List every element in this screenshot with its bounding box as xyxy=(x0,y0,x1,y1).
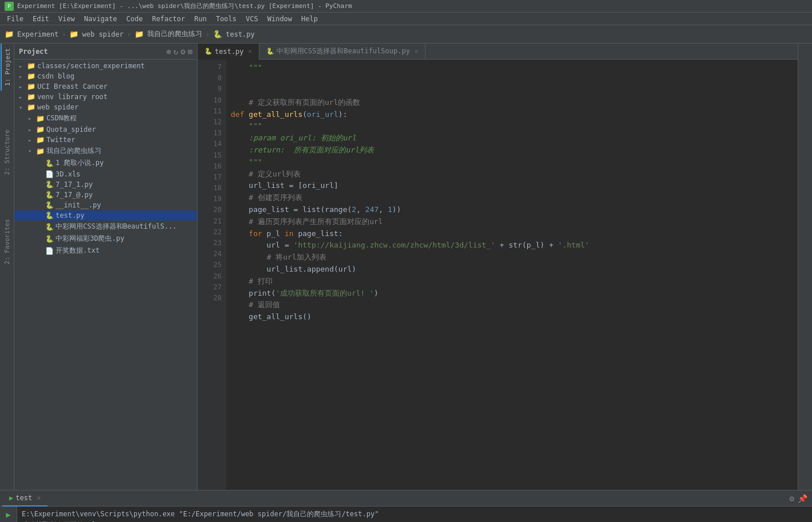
folder-icon-5: 📁 xyxy=(36,115,45,123)
line-num-8: 8 xyxy=(198,73,222,84)
menu-vcs[interactable]: VCS xyxy=(241,14,263,24)
menu-edit[interactable]: Edit xyxy=(28,14,54,24)
output-command: E:\Experiment\venv\Scripts\python.exe "E… xyxy=(22,509,807,520)
folder-icon-6: 📁 xyxy=(36,125,45,134)
run-play-btn[interactable]: ▶ xyxy=(3,509,14,520)
code-line-26: print('成功获取所有页面的url! ') xyxy=(231,288,793,300)
run-tabs: ▶ test × ⚙ 📌 xyxy=(0,490,812,507)
file-tabs: 🐍 test.py × 🐍 中彩网用CSS选择器和BeautifulSoup.p… xyxy=(198,44,798,60)
line-num-15: 15 xyxy=(198,150,222,161)
tree-item-4[interactable]: ▾📁web spider xyxy=(14,102,197,112)
folder-icon-1: 📁 xyxy=(27,72,36,80)
run-tab-close[interactable]: × xyxy=(37,494,41,502)
title-text: Experiment [E:\Experiment] - ...\web spi… xyxy=(17,2,352,10)
tree-item-0[interactable]: ▸📁classes/section_experiment xyxy=(14,61,197,71)
tree-arrow-6: ▸ xyxy=(28,127,36,133)
menu-code[interactable]: Code xyxy=(122,14,148,24)
code-line-18: # 创建页序列表 xyxy=(231,192,793,204)
line-num-14: 14 xyxy=(198,139,222,150)
py-icon-12: 🐍 xyxy=(45,191,54,199)
folder-icon-2: 📁 xyxy=(27,83,36,91)
menu-run[interactable]: Run xyxy=(190,14,211,24)
expand-icon[interactable]: ⊞ xyxy=(188,47,192,56)
tree-item-14[interactable]: 🐍test.py xyxy=(14,210,197,221)
tree-item-16[interactable]: 🐍中彩网福彩3D爬虫.py xyxy=(14,233,197,245)
favorites-vtab[interactable]: 2: Favorites xyxy=(1,214,13,269)
myspider-folder-icon: 📁 xyxy=(135,30,144,38)
folder-icon-8: 📁 xyxy=(36,147,45,155)
sidebar-title: Project xyxy=(19,48,48,56)
tab-testpy-label: test.py xyxy=(215,48,244,56)
tree-label-1: csdn blog xyxy=(37,72,74,80)
tab-zhongcai-close[interactable]: × xyxy=(415,48,418,54)
tree-item-12[interactable]: 🐍7_17_@.py xyxy=(14,190,197,200)
tab-zhongcai[interactable]: 🐍 中彩网用CSS选择器和BeautifulSoup.py × xyxy=(259,44,425,60)
tree-arrow-4: ▾ xyxy=(19,104,27,111)
line-num-25: 25 xyxy=(198,260,222,270)
tree-arrow-2: ▸ xyxy=(19,84,27,90)
file-icon-10: 📄 xyxy=(45,170,54,178)
code-content[interactable]: """ # 定义获取所有页面的url的函数def get_all_urls(or… xyxy=(226,60,798,490)
tree-label-7: Twitter xyxy=(46,136,76,144)
tree-item-9[interactable]: 🐍1 爬取小说.py xyxy=(14,157,197,169)
project-vtab[interactable]: 1: Project xyxy=(1,44,14,91)
tree-label-0: classes/section_experiment xyxy=(37,62,145,70)
tree-arrow-7: ▸ xyxy=(28,137,36,143)
tab-testpy-close[interactable]: × xyxy=(249,48,252,54)
line-num-19: 19 xyxy=(198,194,222,205)
menu-help[interactable]: Help xyxy=(297,14,322,24)
sidebar-toolbar: ⊕ ↻ ⚙ ⊞ xyxy=(166,47,192,56)
settings-run-icon[interactable]: ⚙ xyxy=(790,494,794,503)
pin-icon[interactable]: 📌 xyxy=(798,494,807,503)
file-tree: ▸📁classes/section_experiment▸📁csdn blog▸… xyxy=(14,60,197,490)
tab-testpy[interactable]: 🐍 test.py × xyxy=(198,44,259,60)
menu-refactor[interactable]: Refactor xyxy=(147,14,190,24)
tree-item-11[interactable]: 🐍7_17_1.py xyxy=(14,179,197,190)
run-tab-icons: ⚙ 📌 xyxy=(790,494,812,503)
tree-item-7[interactable]: ▸📁Twitter xyxy=(14,135,197,145)
tree-item-1[interactable]: ▸📁csdn blog xyxy=(14,71,197,81)
line-num-13: 13 xyxy=(198,128,222,139)
tree-item-15[interactable]: 🐍中彩网用CSS选择器和BeautifulS... xyxy=(14,221,197,233)
tree-item-2[interactable]: ▸📁UCI Breast Cancer xyxy=(14,81,197,92)
add-icon[interactable]: ⊕ xyxy=(166,47,171,56)
tree-label-17: 开奖数据.txt xyxy=(56,246,100,256)
structure-vtab[interactable]: 2: Structure xyxy=(1,125,13,179)
run-content: ▶ ▲ ⬛ ▼ ⏸ ↻ ⧉ 🗑 ⚙ ✕ E:\Experiment\venv\S… xyxy=(0,507,812,522)
code-line-21: for p_l in page_list: xyxy=(231,228,793,240)
tree-item-8[interactable]: ▾📁我自己的爬虫练习 xyxy=(14,145,197,157)
line-num-24: 24 xyxy=(198,249,222,260)
sync-icon[interactable]: ↻ xyxy=(174,47,178,56)
run-tab-test[interactable]: ▶ test × xyxy=(2,490,48,507)
code-line-11: def get_all_urls(ori_url): xyxy=(231,109,793,121)
line-num-12: 12 xyxy=(198,117,222,128)
code-line-27: # 返回值 xyxy=(231,299,793,311)
code-line-13: :param ori_url: 初始的url xyxy=(231,132,793,144)
tree-label-12: 7_17_@.py xyxy=(56,191,93,199)
tree-item-13[interactable]: 🐍__init__.py xyxy=(14,200,197,210)
breadcrumb-myspider[interactable]: 我自己的爬虫练习 xyxy=(147,29,202,39)
tree-item-3[interactable]: ▸📁venv library root xyxy=(14,92,197,102)
tree-item-10[interactable]: 📄3D.xls xyxy=(14,169,197,179)
tree-arrow-5: ▸ xyxy=(28,115,36,121)
tree-item-5[interactable]: ▸📁CSDN教程 xyxy=(14,112,197,124)
code-line-15: """ xyxy=(231,156,793,168)
tree-item-6[interactable]: ▸📁Quota_spider xyxy=(14,124,197,135)
breadcrumb-testpy[interactable]: test.py xyxy=(226,30,255,38)
tree-label-2: UCI Breast Cancer xyxy=(37,83,108,91)
breadcrumb-experiment[interactable]: Experiment xyxy=(17,30,58,38)
line-num-22: 22 xyxy=(198,227,222,238)
settings-icon[interactable]: ⚙ xyxy=(180,47,185,56)
run-output[interactable]: E:\Experiment\venv\Scripts\python.exe "E… xyxy=(17,507,812,522)
menu-window[interactable]: Window xyxy=(263,14,297,24)
breadcrumb-webspider[interactable]: web spider xyxy=(82,30,123,38)
py-icon-13: 🐍 xyxy=(45,201,54,209)
code-line-14: :return: 所有页面对应的url列表 xyxy=(231,144,793,156)
tree-item-17[interactable]: 📄开奖数据.txt xyxy=(14,245,197,257)
line-num-16: 16 xyxy=(198,161,222,172)
menu-navigate[interactable]: Navigate xyxy=(80,14,122,24)
menu-view[interactable]: View xyxy=(54,14,80,24)
menu-file[interactable]: File xyxy=(2,14,28,24)
folder-icon-4: 📁 xyxy=(27,103,36,111)
menu-tools[interactable]: Tools xyxy=(211,14,241,24)
